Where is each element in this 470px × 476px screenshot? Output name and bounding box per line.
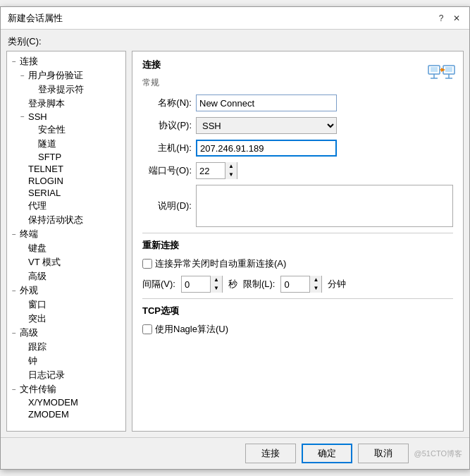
tree-label-wai-guan: 外观 bbox=[20, 284, 38, 297]
tree-label-telnet: TELNET bbox=[28, 164, 63, 174]
tree-label-tu-chu: 突出 bbox=[28, 312, 47, 325]
tcp-checkbox-row: 使用Nagle算法(U) bbox=[142, 323, 453, 336]
reconnect-interval-row: 间隔(V): ▲ ▼ 秒 限制(L): ▲ ▼ bbox=[142, 276, 453, 293]
tree-item-gao-ji[interactable]: −高级 bbox=[7, 326, 125, 340]
tree-item-dai-li[interactable]: 代理 bbox=[7, 199, 125, 213]
tree-label-zhong: 钟 bbox=[28, 355, 37, 367]
port-row: 端口号(O): ▲ ▼ bbox=[142, 162, 453, 179]
limit-spinner-buttons: ▲ ▼ bbox=[309, 276, 321, 293]
tree-label-serial: SERIAL bbox=[28, 188, 61, 198]
tree-toggle-wen-jian: − bbox=[8, 386, 20, 393]
limit-spinbox: ▲ ▼ bbox=[280, 276, 322, 293]
tree-item-wen-jian[interactable]: −文件传输 bbox=[7, 382, 125, 396]
tree-item-ssh[interactable]: −SSH bbox=[7, 111, 125, 123]
tree-item-wai-guan[interactable]: −外观 bbox=[7, 283, 125, 298]
interval-spinbox: ▲ ▼ bbox=[181, 276, 223, 293]
tree-label-lian-jie: 连接 bbox=[20, 55, 38, 68]
dialog: 新建会话属性 ? ✕ 类别(C): −连接−用户身份验证登录提示符登录脚本−SS… bbox=[0, 6, 470, 470]
tcp-checkbox-label[interactable]: 使用Nagle算法(U) bbox=[155, 323, 228, 336]
tree-label-gao-ji-t: 高级 bbox=[28, 270, 47, 283]
tree-item-jian-pan[interactable]: 键盘 bbox=[7, 241, 125, 255]
subsection-general: 常规 bbox=[142, 77, 453, 89]
port-up-button[interactable]: ▲ bbox=[225, 162, 237, 171]
tree-label-deng-lu-jiao: 登录脚本 bbox=[28, 97, 65, 110]
main-content: −连接−用户身份验证登录提示符登录脚本−SSH安全性隧道SFTPTELNETRL… bbox=[6, 51, 464, 432]
network-icon bbox=[428, 59, 456, 87]
limit-up-button[interactable]: ▲ bbox=[310, 276, 321, 284]
tree-label-wen-jian: 文件传输 bbox=[20, 383, 56, 396]
ok-button[interactable]: 确定 bbox=[302, 444, 352, 463]
limit-down-button[interactable]: ▼ bbox=[310, 284, 321, 293]
title-bar-controls: ? ✕ bbox=[435, 13, 462, 24]
port-label: 端口号(O): bbox=[142, 164, 192, 177]
help-button[interactable]: ? bbox=[435, 13, 447, 24]
reconnect-checkbox-label[interactable]: 连接异常关闭时自动重新连接(A) bbox=[155, 257, 286, 270]
reconnect-checkbox[interactable] bbox=[142, 259, 152, 269]
tree-label-ssh: SSH bbox=[28, 111, 47, 122]
tree-item-deng-lu-jiao[interactable]: 登录脚本 bbox=[7, 97, 125, 111]
tree-item-lian-jie[interactable]: −连接 bbox=[7, 54, 125, 68]
tree-label-zmodem: ZMODEM bbox=[28, 409, 69, 420]
tree-item-tu-chu[interactable]: 突出 bbox=[7, 312, 125, 326]
tree-toggle-lian-jie: − bbox=[8, 58, 20, 66]
tree-item-zmodem[interactable]: ZMODEM bbox=[7, 408, 125, 420]
cancel-button[interactable]: 取消 bbox=[358, 444, 409, 463]
close-button[interactable]: ✕ bbox=[451, 13, 462, 24]
tree-label-an-quan: 安全性 bbox=[38, 123, 66, 136]
port-input[interactable] bbox=[197, 163, 225, 178]
protocol-select[interactable]: SSHTELNETRLOGINSERIALSFTP bbox=[196, 117, 337, 134]
dialog-footer: 连接 确定 取消 @51CTO博客 bbox=[1, 437, 469, 469]
tree-item-gen-zong[interactable]: 跟踪 bbox=[7, 340, 125, 354]
tree-label-dai-li: 代理 bbox=[28, 200, 47, 212]
tree-item-deng-lu-ti[interactable]: 登录提示符 bbox=[7, 83, 125, 97]
name-label: 名称(N): bbox=[142, 97, 192, 109]
limit-input[interactable] bbox=[281, 276, 309, 292]
tree-item-chuang-kou[interactable]: 窗口 bbox=[7, 298, 125, 312]
tcp-checkbox[interactable] bbox=[142, 324, 152, 334]
tree-label-vt-mode: VT 模式 bbox=[28, 256, 61, 269]
tree-toggle-yong-hu: − bbox=[17, 72, 28, 80]
tree-item-gao-ji-t[interactable]: 高级 bbox=[7, 269, 125, 283]
interval-down-button[interactable]: ▼ bbox=[211, 284, 222, 293]
dialog-body: 类别(C): −连接−用户身份验证登录提示符登录脚本−SSH安全性隧道SFTPT… bbox=[1, 30, 469, 437]
tree-label-sui-dao: 隧道 bbox=[38, 138, 56, 150]
desc-input[interactable] bbox=[196, 185, 453, 227]
host-input[interactable] bbox=[196, 140, 337, 157]
tree-toggle-wai-guan: − bbox=[8, 287, 20, 295]
tree-toggle-ssh: − bbox=[17, 113, 28, 121]
limit-label: 限制(L): bbox=[243, 278, 276, 291]
tree-item-serial[interactable]: SERIAL bbox=[7, 187, 125, 199]
tree-item-zhong[interactable]: 钟 bbox=[7, 354, 125, 368]
tree-item-sftp[interactable]: SFTP bbox=[7, 151, 125, 163]
tree-label-sftp: SFTP bbox=[38, 152, 61, 162]
name-input[interactable] bbox=[196, 94, 337, 111]
divider-2 bbox=[142, 298, 453, 299]
interval-input[interactable] bbox=[182, 276, 210, 292]
tree-item-sui-dao[interactable]: 隧道 bbox=[7, 137, 125, 151]
interval-up-button[interactable]: ▲ bbox=[211, 276, 222, 284]
tree-item-vt-mode[interactable]: VT 模式 bbox=[7, 255, 125, 269]
protocol-label: 协议(P): bbox=[142, 119, 192, 132]
port-down-button[interactable]: ▼ bbox=[225, 171, 237, 179]
category-label: 类别(C): bbox=[6, 35, 464, 48]
tree-item-rlogin[interactable]: RLOGIN bbox=[7, 175, 125, 187]
tree-item-telnet[interactable]: TELNET bbox=[7, 163, 125, 175]
desc-row: 说明(D): bbox=[142, 185, 453, 227]
protocol-row: 协议(P): SSHTELNETRLOGINSERIALSFTP bbox=[142, 117, 453, 134]
right-panel: 连接 常规 名称(N): 协议(P): SSHTELNETRLOGINSERIA… bbox=[132, 51, 464, 432]
tcp-title: TCP选项 bbox=[142, 305, 453, 317]
tree-item-zhong-duan[interactable]: −终端 bbox=[7, 227, 125, 241]
tree-item-bao-huo[interactable]: 保持活动状态 bbox=[7, 213, 125, 227]
name-row: 名称(N): bbox=[142, 94, 453, 111]
icon-area bbox=[428, 59, 456, 89]
tree-item-yong-hu[interactable]: −用户身份验证 bbox=[7, 68, 125, 83]
tree-item-ri-zhi[interactable]: 日志记录 bbox=[7, 368, 125, 382]
tree-label-gen-zong: 跟踪 bbox=[28, 341, 47, 353]
tree-item-xy-modem[interactable]: X/YMODEM bbox=[7, 396, 125, 408]
tree-label-deng-lu-ti: 登录提示符 bbox=[38, 83, 84, 96]
divider-1 bbox=[142, 233, 453, 233]
dialog-title: 新建会话属性 bbox=[8, 12, 63, 25]
connect-button[interactable]: 连接 bbox=[245, 444, 296, 463]
tree-item-an-quan[interactable]: 安全性 bbox=[7, 123, 125, 137]
host-label: 主机(H): bbox=[142, 142, 192, 154]
